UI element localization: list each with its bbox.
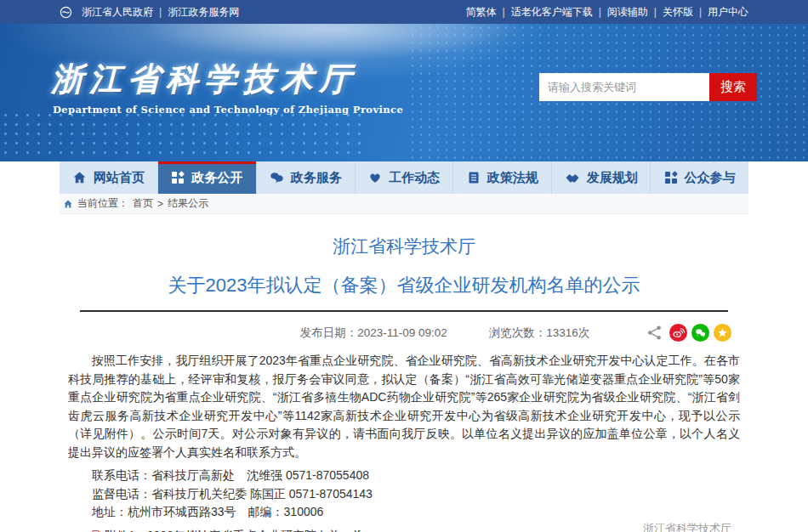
zhejiang-gov-icon (60, 6, 72, 19)
gov-disclosure-icon (171, 171, 185, 184)
nav-item-gov-services[interactable]: 政务服务 (257, 161, 356, 194)
search-bar: 搜索 (539, 73, 757, 101)
contact-info: 联系电话：省科技厅高新处 沈维强 0571-87055408 监督电话：省科技厅… (92, 467, 740, 522)
site-logo-title: 浙江省科学技术厅 (51, 58, 357, 101)
link-simplified-traditional[interactable]: 简繁体 (466, 5, 497, 20)
breadcrumb-separator: > (157, 198, 163, 210)
nav-item-development-planning[interactable]: 发展规划 (552, 161, 651, 194)
nav-label: 发展规划 (587, 170, 638, 186)
breadcrumb-link-home[interactable]: 首页 (133, 196, 153, 211)
topbar: 浙江省人民政府 | 浙江政务服务网 简繁体 | 适老化客户端下载 | 阅读辅助 … (0, 0, 808, 24)
breadcrumb-link-current[interactable]: 结果公示 (168, 196, 208, 211)
nav-item-public-participation[interactable]: 公众参与 (651, 161, 748, 194)
article-title-main: 关于2023年拟认定（备案）省级企业研发机构名单的公示 (68, 273, 740, 298)
article-signature: 浙江省科学技术厅 (643, 521, 731, 532)
link-user-center[interactable]: 用户中心 (708, 5, 748, 20)
link-elderly-client-download[interactable]: 适老化客户端下载 (511, 5, 593, 20)
article-paragraph: 按照工作安排，我厅组织开展了2023年省重点企业研究院、省企业研究院、省高新技术… (68, 352, 740, 461)
nav-label: 公众参与 (685, 170, 736, 186)
nav-item-policies-regulations[interactable]: 政策法规 (453, 161, 552, 194)
nav-label: 工作动态 (389, 170, 440, 186)
link-provincial-government[interactable]: 浙江省人民政府 (82, 5, 153, 20)
document-icon (467, 171, 481, 184)
article-meta: 发布日期：2023-11-09 09:02 浏览次数：13316次 (68, 323, 740, 343)
main-navigation: 网站首页 政务公开 政务服务 工作动态 政策法规 (0, 161, 808, 194)
nav-label: 政务服务 (291, 170, 342, 186)
share-icon[interactable] (646, 325, 663, 341)
search-input[interactable] (539, 73, 709, 101)
contact-phone: 联系电话：省科技厅高新处 沈维强 0571-87055408 (92, 467, 740, 485)
heart-icon (368, 171, 382, 184)
qzone-share-icon[interactable] (714, 324, 731, 342)
chat-bubbles-icon (270, 171, 284, 185)
separator: | (699, 6, 702, 18)
link-care-version[interactable]: 关怀版 (663, 5, 693, 20)
home-icon (72, 171, 87, 185)
wechat-share-icon[interactable] (691, 324, 709, 342)
weibo-share-icon[interactable] (669, 324, 687, 342)
supervision-phone: 监督电话：省科技厅机关纪委 陈国正 0571-87054143 (92, 485, 740, 504)
publish-date: 发布日期：2023-11-09 09:02 (300, 323, 447, 343)
site-logo-subtitle-en: Department of Science and Technology of … (53, 104, 403, 116)
attachment-link-1[interactable]: 附件1：2023年拟认定省重点企业研究院名单.pdf (105, 527, 360, 532)
share-toolbar (646, 324, 731, 342)
breadcrumb-home-icon (63, 199, 73, 209)
view-count: 浏览次数：13316次 (489, 323, 590, 343)
nav-label: 政务公开 (191, 170, 242, 186)
nav-item-work-dynamics[interactable]: 工作动态 (356, 161, 454, 194)
nav-label: 政策法规 (487, 170, 538, 186)
separator: | (503, 6, 505, 18)
separator: | (654, 6, 657, 18)
link-gov-service-net[interactable]: 浙江政务服务网 (168, 5, 239, 20)
article-title-department: 浙江省科学技术厅 (68, 235, 740, 258)
separator: | (159, 6, 162, 18)
link-reading-assist[interactable]: 阅读辅助 (607, 5, 648, 20)
breadcrumb-bar: 当前位置： 首页 > 结果公示 (0, 194, 808, 214)
nav-label: 网站首页 (94, 170, 145, 186)
nav-item-gov-disclosure[interactable]: 政务公开 (158, 161, 257, 194)
site-banner: 浙江省科学技术厅 Department of Science and Techn… (0, 24, 808, 161)
address-postcode: 地址：杭州市环城西路33号 邮编：310006 (92, 503, 740, 522)
separator: | (599, 6, 601, 18)
search-button[interactable]: 搜索 (709, 73, 757, 101)
article-content: 浙江省科学技术厅 关于2023年拟认定（备案）省级企业研发机构名单的公示 发布日… (68, 214, 740, 532)
handshake-icon (565, 171, 580, 184)
breadcrumb-prefix: 当前位置： (77, 196, 128, 211)
nav-item-home[interactable]: 网站首页 (60, 161, 158, 194)
title-divider (80, 310, 728, 312)
public-participation-icon (664, 171, 678, 184)
breadcrumb: 当前位置： 首页 > 结果公示 (60, 194, 748, 214)
